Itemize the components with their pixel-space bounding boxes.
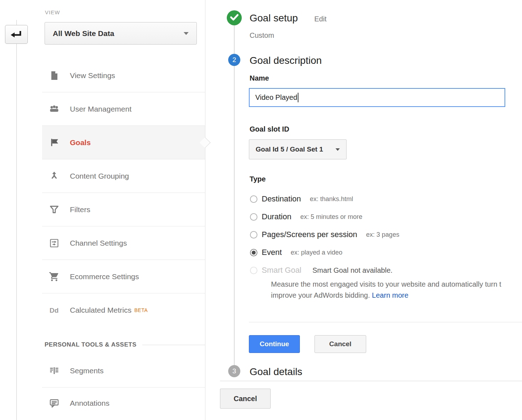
admin-rail-line xyxy=(16,20,17,420)
smart-goal-description-line1: Measure the most engaged visits to your … xyxy=(271,279,522,290)
sidebar-item-label: Calculated Metrics xyxy=(70,306,132,314)
sidebar-item-label: Ecommerce Settings xyxy=(70,272,139,281)
sidebar-menu: View Settings User Management Goals xyxy=(42,59,205,419)
goal-slot-id-value: Goal Id 5 / Goal Set 1 xyxy=(256,145,336,153)
option-label: Destination xyxy=(262,194,301,204)
channel-icon xyxy=(48,238,61,249)
radio-disabled-icon xyxy=(250,267,257,274)
radio-icon[interactable] xyxy=(250,213,257,221)
step2-title: Goal description xyxy=(250,54,322,67)
section-divider xyxy=(249,322,522,322)
view-selector-value: All Web Site Data xyxy=(53,29,184,38)
svg-text:Dd: Dd xyxy=(50,307,58,314)
sidebar-item-content-grouping[interactable]: Content Grouping xyxy=(42,159,205,193)
sidebar-item-label: User Management xyxy=(70,105,132,113)
option-hint: ex: thanks.html xyxy=(310,195,353,203)
view-section-label: VIEW xyxy=(45,9,60,15)
goal-details-divider xyxy=(220,381,522,381)
option-hint: ex: 5 minutes or more xyxy=(300,213,362,221)
cart-icon xyxy=(48,271,61,282)
continue-button[interactable]: Continue xyxy=(249,335,300,353)
step3-header: Goal details xyxy=(250,365,302,378)
document-icon xyxy=(48,70,61,81)
radio-option-smart-goal: Smart Goal Smart Goal not available. xyxy=(249,261,522,279)
sidebar-item-label: Segments xyxy=(70,367,104,375)
sidebar-item-segments[interactable]: Segments xyxy=(42,354,205,388)
radio-option-event[interactable]: Event ex: played a video xyxy=(249,244,522,261)
step3-title: Goal details xyxy=(250,365,302,378)
learn-more-link[interactable]: Learn more xyxy=(372,291,408,299)
personal-tools-label: PERSONAL TOOLS & ASSETS xyxy=(45,341,137,348)
back-button[interactable] xyxy=(5,25,28,44)
check-icon xyxy=(227,10,242,26)
step2-number-badge: 2 xyxy=(228,54,240,66)
radio-option-destination[interactable]: Destination ex: thanks.html xyxy=(249,190,522,208)
smart-goal-description: Measure the most engaged visits to your … xyxy=(271,279,522,301)
radio-selected-icon[interactable] xyxy=(250,249,257,256)
section-header-rule xyxy=(142,345,205,345)
step1-value: Custom xyxy=(250,31,274,40)
sidebar-item-view-settings[interactable]: View Settings xyxy=(42,59,205,92)
annotation-icon xyxy=(48,398,61,409)
sidebar-item-label: Goals xyxy=(70,138,91,147)
cancel-button[interactable]: Cancel xyxy=(314,335,366,353)
smart-goal-description-line2-text: improve your AdWords bidding. xyxy=(271,291,372,299)
sidebar-item-ecommerce-settings[interactable]: Ecommerce Settings xyxy=(42,260,205,293)
option-label: Duration xyxy=(262,212,291,221)
radio-icon[interactable] xyxy=(250,231,257,239)
option-label: Event xyxy=(262,248,282,257)
step-connector-line xyxy=(234,18,235,372)
funnel-icon xyxy=(48,204,61,215)
sidebar-item-label: Filters xyxy=(70,205,90,214)
goal-name-input[interactable]: Video Played xyxy=(249,88,505,107)
merge-icon xyxy=(48,171,61,181)
sidebar-item-label: Channel Settings xyxy=(70,239,127,247)
type-field-label: Type xyxy=(250,175,266,183)
goal-slot-id-dropdown[interactable]: Goal Id 5 / Goal Set 1 xyxy=(249,139,347,159)
step1-complete-badge xyxy=(227,10,242,25)
sidebar-item-annotations[interactable]: Annotations xyxy=(42,388,205,419)
sidebar-right-border xyxy=(205,0,205,420)
goal-setup-main-panel: Goal setup Edit Custom 2 Goal descriptio… xyxy=(205,0,522,420)
option-hint: ex: 3 pages xyxy=(366,231,399,239)
goal-name-value: Video Played xyxy=(255,93,297,102)
caret-down-icon xyxy=(336,148,340,151)
option-hint: Smart Goal not available. xyxy=(312,266,393,275)
smart-goal-description-line2: improve your AdWords bidding. Learn more xyxy=(271,290,522,301)
sidebar-item-label: View Settings xyxy=(70,71,115,80)
step3-number-badge: 3 xyxy=(228,365,240,377)
radio-option-duration[interactable]: Duration ex: 5 minutes or more xyxy=(249,208,522,226)
sidebar-item-channel-settings[interactable]: Channel Settings xyxy=(42,226,205,260)
sidebar-item-filters[interactable]: Filters xyxy=(42,193,205,226)
radio-icon[interactable] xyxy=(250,195,257,203)
step2-number: 2 xyxy=(232,56,236,64)
beta-badge: BETA xyxy=(134,307,148,313)
sidebar-item-calculated-metrics[interactable]: Dd Calculated Metrics BETA xyxy=(42,293,205,327)
sidebar-item-label: Annotations xyxy=(70,399,109,408)
sidebar-item-label: Content Grouping xyxy=(70,172,129,180)
sidebar-item-user-management[interactable]: User Management xyxy=(42,92,205,126)
goal-slot-id-label: Goal slot ID xyxy=(250,125,289,133)
footer-cancel-button[interactable]: Cancel xyxy=(220,389,271,409)
option-label: Pages/Screens per session xyxy=(262,230,357,239)
personal-tools-section-header: PERSONAL TOOLS & ASSETS xyxy=(45,341,205,348)
text-cursor xyxy=(298,93,298,102)
caret-down-icon xyxy=(184,32,189,35)
name-field-label: Name xyxy=(250,74,269,82)
radio-option-pages-per-session[interactable]: Pages/Screens per session ex: 3 pages xyxy=(249,226,522,244)
back-arrow-icon xyxy=(10,29,23,41)
step3-number: 3 xyxy=(232,367,236,375)
goal-type-options: Destination ex: thanks.html Duration ex:… xyxy=(249,190,522,279)
flag-icon xyxy=(48,137,61,148)
option-hint: ex: played a video xyxy=(291,249,342,256)
users-icon xyxy=(48,104,61,114)
step1-title: Goal setup xyxy=(250,12,298,25)
option-label: Smart Goal xyxy=(262,266,301,275)
segments-icon xyxy=(48,365,61,376)
step2-header: Goal description xyxy=(250,54,322,67)
edit-link[interactable]: Edit xyxy=(314,15,326,23)
step1-header: Goal setup Edit xyxy=(250,12,327,25)
dd-icon: Dd xyxy=(48,305,61,316)
sidebar-item-goals[interactable]: Goals xyxy=(42,126,205,159)
view-selector-dropdown[interactable]: All Web Site Data xyxy=(45,22,197,45)
